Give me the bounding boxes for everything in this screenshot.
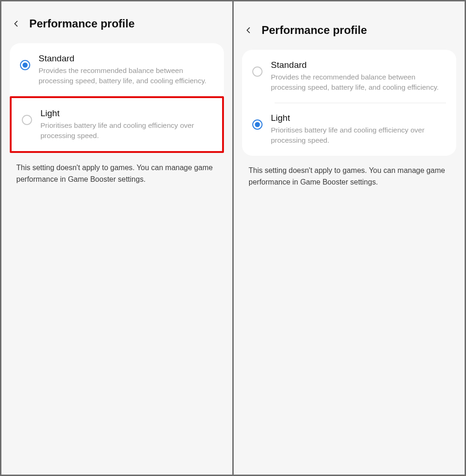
footer-note: This setting doesn't apply to games. You… [10, 153, 224, 185]
divider [275, 103, 446, 103]
page-title: Performance profile [29, 17, 135, 30]
back-icon[interactable] [13, 20, 20, 27]
options-card: Standard Provides the recommended balanc… [10, 43, 224, 153]
radio-icon[interactable] [252, 66, 263, 77]
option-title: Light [40, 108, 212, 119]
option-title: Light [271, 113, 446, 123]
option-description: Prioritises battery life and cooling eff… [271, 125, 446, 145]
option-text: Light Prioritises battery life and cooli… [271, 113, 446, 145]
screenshot-right: Performance profile Standard Provides th… [234, 1, 465, 475]
radio-icon[interactable] [20, 60, 30, 70]
page-title: Performance profile [262, 24, 367, 37]
screenshot-left: Performance profile Standard Provides th… [1, 1, 232, 475]
header: Performance profile [242, 8, 456, 50]
option-title: Standard [39, 53, 214, 64]
radio-icon[interactable] [252, 119, 263, 130]
option-description: Provides the recommended balance between… [39, 66, 214, 86]
option-title: Standard [271, 60, 446, 70]
option-standard[interactable]: Standard Provides the recommended balanc… [242, 50, 456, 103]
options-card: Standard Provides the recommended balanc… [242, 50, 456, 156]
option-text: Standard Provides the recommended balanc… [271, 60, 446, 93]
option-standard[interactable]: Standard Provides the recommended balanc… [10, 43, 224, 96]
back-icon[interactable] [245, 26, 252, 34]
header: Performance profile [10, 8, 224, 43]
radio-icon[interactable] [22, 115, 32, 125]
option-description: Provides the recommended balance between… [271, 72, 446, 93]
option-light[interactable]: Light Prioritises battery life and cooli… [10, 96, 224, 153]
footer-note: This setting doesn't apply to games. You… [242, 156, 456, 188]
option-light[interactable]: Light Prioritises battery life and cooli… [242, 103, 456, 156]
option-description: Prioritises battery life and cooling eff… [40, 120, 212, 141]
option-text: Standard Provides the recommended balanc… [39, 53, 214, 86]
option-text: Light Prioritises battery life and cooli… [40, 108, 212, 141]
